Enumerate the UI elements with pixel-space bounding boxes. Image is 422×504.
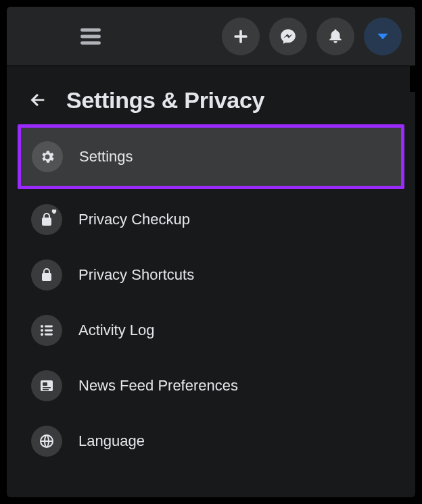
menu-item-language[interactable]: Language — [19, 416, 403, 466]
svg-rect-12 — [43, 382, 47, 386]
account-dropdown-button[interactable] — [364, 18, 402, 55]
menu-item-activity-log[interactable]: Activity Log — [19, 305, 403, 355]
svg-rect-4 — [234, 35, 248, 38]
top-bar — [7, 7, 415, 66]
menu-item-label: Activity Log — [78, 322, 155, 339]
back-button[interactable] — [24, 86, 51, 114]
caret-down-icon — [374, 28, 392, 45]
menu-item-label: Privacy Checkup — [78, 211, 190, 228]
messenger-button[interactable] — [269, 18, 307, 55]
svg-rect-13 — [43, 387, 51, 388]
menu-item-privacy-shortcuts[interactable]: Privacy Shortcuts — [19, 250, 403, 300]
arrow-left-icon — [28, 91, 47, 109]
svg-rect-8 — [45, 326, 53, 328]
globe-icon — [31, 426, 62, 457]
lock-icon — [31, 259, 62, 291]
page-title: Settings & Privacy — [66, 87, 264, 114]
svg-rect-2 — [80, 41, 101, 45]
hamburger-menu-button[interactable] — [72, 18, 110, 55]
svg-point-6 — [41, 329, 43, 332]
menu-item-settings[interactable]: Settings — [18, 124, 404, 189]
gear-icon — [32, 141, 63, 172]
scrollbar[interactable] — [410, 66, 415, 92]
lock-heart-icon — [31, 204, 62, 235]
svg-rect-10 — [45, 334, 53, 336]
svg-point-7 — [41, 333, 43, 336]
notifications-button[interactable] — [316, 18, 354, 55]
settings-privacy-panel: Settings & Privacy Settings Privacy Chec… — [7, 66, 415, 497]
svg-rect-14 — [43, 389, 49, 390]
menu-item-news-feed-preferences[interactable]: News Feed Preferences — [19, 361, 403, 411]
svg-rect-0 — [80, 28, 101, 32]
menu-item-label: Language — [78, 432, 145, 450]
bell-icon — [327, 28, 344, 45]
topbar-actions — [222, 18, 402, 55]
menu-item-label: Privacy Shortcuts — [78, 266, 194, 284]
messenger-icon — [279, 28, 297, 45]
menu-item-privacy-checkup[interactable]: Privacy Checkup — [19, 195, 403, 245]
menu-item-label: Settings — [79, 148, 133, 166]
create-button[interactable] — [222, 18, 260, 55]
activity-log-icon — [31, 315, 62, 346]
svg-point-5 — [41, 325, 43, 328]
svg-rect-9 — [45, 330, 53, 332]
hamburger-icon — [78, 24, 103, 49]
menu-item-label: News Feed Preferences — [78, 377, 238, 395]
plus-icon — [232, 28, 250, 45]
svg-rect-1 — [80, 34, 101, 38]
panel-header: Settings & Privacy — [7, 80, 415, 124]
menu-list: Settings Privacy Checkup Privacy Shortcu… — [7, 124, 415, 466]
news-feed-icon — [31, 370, 62, 401]
